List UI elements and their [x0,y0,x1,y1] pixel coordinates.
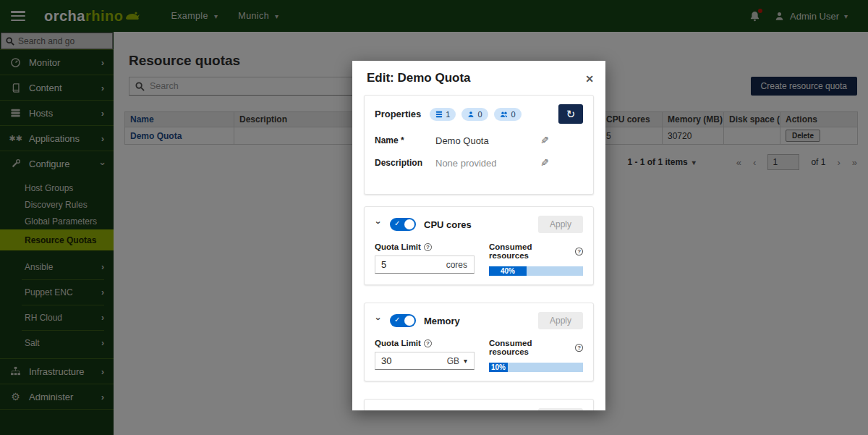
memory-unit-select[interactable]: GB▾ [441,356,474,366]
description-row: Description None provided ✎ [375,157,583,169]
quota-limit-label: Quota Limit [375,242,421,251]
refresh-icon: ↻ [566,108,576,120]
disk-header: › Disk space Apply [375,408,583,410]
edit-pencil-icon[interactable]: ✎ [540,135,549,146]
refresh-button[interactable]: ↻ [558,104,583,124]
close-icon[interactable]: ✕ [585,74,594,84]
help-icon[interactable]: ? [424,339,432,347]
description-label: Description [375,158,435,168]
name-row: Name * Demo Quota ✎ [375,135,583,146]
name-label: Name * [375,135,435,145]
cpu-header: › ✓ CPU cores Apply [375,216,583,233]
cpu-label: CPU cores [424,219,472,230]
disk-apply-button[interactable]: Apply [538,408,583,410]
edit-quota-modal: Edit: Demo Quota ✕ Properties 1 0 0 ↻ [352,61,605,410]
memory-body: Quota Limit? GB▾ Consumed resources? 10% [375,339,583,372]
memory-quota-input-group: GB▾ [375,352,475,370]
cpu-consumed-fill: 40% [489,266,527,276]
consumed-resources-label: Consumed resources [489,242,572,260]
properties-heading: Properties [375,109,421,119]
check-icon: ✓ [394,316,400,324]
chevron-down-icon[interactable]: › [373,317,384,324]
cpu-body: Quota Limit? cores Consumed resources? 4… [375,242,583,276]
usergroups-count-badge[interactable]: 0 [494,108,522,121]
cpu-quota-input[interactable] [375,259,440,270]
cpu-quota-input-group: cores [375,255,475,274]
description-value: None provided [435,158,540,169]
cpu-toggle[interactable]: ✓ [390,218,416,231]
modal-title: Edit: Demo Quota [367,71,594,85]
chevron-down-icon[interactable]: › [373,221,384,228]
cpu-consumed-progressbar: 40% [489,266,583,276]
app-window: orcharhino Example▾ Munich▾ Admin User ▾ [0,0,868,435]
user-group-icon [500,111,509,118]
edit-pencil-icon[interactable]: ✎ [540,157,549,169]
users-count-badge[interactable]: 0 [461,108,488,121]
memory-apply-button[interactable]: Apply [538,312,583,329]
memory-card: › ✓ Memory Apply Quota Limit? GB▾ Consum… [364,303,594,381]
cpu-apply-button[interactable]: Apply [538,216,583,233]
memory-label: Memory [424,316,460,326]
disk-space-card: › Disk space Apply [364,399,594,410]
consumed-resources-label: Consumed resources [489,339,572,356]
name-value: Demo Quota [435,135,540,146]
help-icon[interactable]: ? [575,248,583,255]
hosts-count-badge[interactable]: 1 [430,108,456,121]
memory-consumed-fill: 10% [489,363,508,372]
chevron-down-icon: ▾ [464,357,467,365]
user-icon [467,111,475,118]
memory-header: › ✓ Memory Apply [375,312,583,329]
memory-toggle[interactable]: ✓ [390,314,416,327]
memory-consumed-progressbar: 10% [489,363,583,372]
check-icon: ✓ [394,219,400,227]
help-icon[interactable]: ? [575,344,583,352]
quota-limit-label: Quota Limit [375,339,421,347]
cpu-unit-label: cores [440,260,474,270]
properties-header: Properties 1 0 0 ↻ [375,104,583,124]
list-icon [435,111,443,118]
cpu-cores-card: › ✓ CPU cores Apply Quota Limit? cores C… [364,206,594,285]
help-icon[interactable]: ? [424,243,432,251]
memory-quota-input[interactable] [375,355,441,366]
properties-card: Properties 1 0 0 ↻ Name * Demo Quota [364,95,594,195]
